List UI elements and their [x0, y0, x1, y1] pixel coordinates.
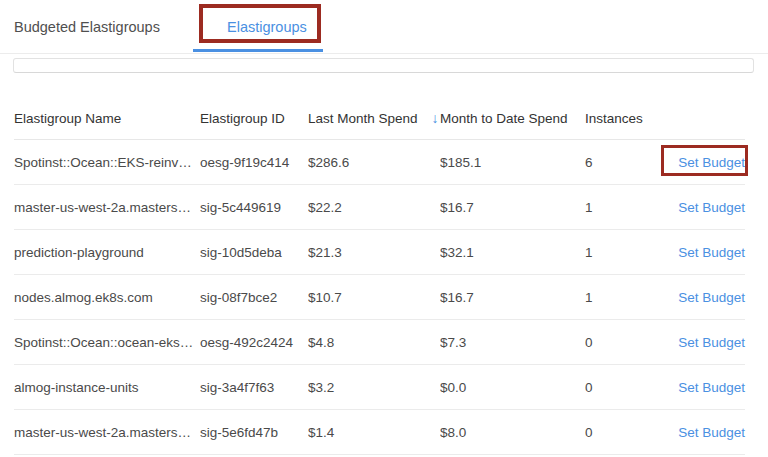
cell-month-to-date-spend: $0.0: [440, 380, 585, 395]
cell-instances: 0: [585, 380, 670, 395]
cell-month-to-date-spend: $32.1: [440, 245, 585, 260]
cell-elastigroup-id: sig-5c449619: [200, 200, 308, 215]
cell-last-month-spend: $286.6: [308, 155, 440, 170]
tabs-divider: [0, 53, 768, 54]
cell-elastigroup-name: nodes.almog.ek8s.com: [14, 290, 200, 305]
cell-elastigroup-id: sig-3a4f7f63: [200, 380, 308, 395]
cell-elastigroup-id: sig-08f7bce2: [200, 290, 308, 305]
table-row: prediction-playground sig-10d5deba $21.3…: [14, 230, 745, 275]
cell-last-month-spend: $22.2: [308, 200, 440, 215]
elastigroups-table: Elastigroup Name Elastigroup ID Last Mon…: [14, 97, 745, 455]
cell-last-month-spend: $10.7: [308, 290, 440, 305]
cell-instances: 6: [585, 155, 670, 170]
column-header-elastigroup-name[interactable]: Elastigroup Name: [14, 111, 200, 126]
table-row: Spotinst::Ocean::ocean-eks… oesg-492c242…: [14, 320, 745, 365]
cell-elastigroup-id: sig-5e6fd47b: [200, 425, 308, 440]
column-header-elastigroup-id[interactable]: Elastigroup ID: [200, 111, 308, 126]
tab-elastigroups[interactable]: Elastigroups: [227, 19, 307, 36]
cell-month-to-date-spend: $185.1: [440, 155, 585, 170]
set-budget-link[interactable]: Set Budget: [678, 335, 745, 350]
cell-last-month-spend: $21.3: [308, 245, 440, 260]
cell-instances: 0: [585, 335, 670, 350]
cell-elastigroup-name: master-us-west-2a.masters…: [14, 200, 200, 215]
cell-elastigroup-id: sig-10d5deba: [200, 245, 308, 260]
elastigroups-page: Budgeted Elastigroups Elastigroups Elast…: [0, 0, 768, 457]
cell-last-month-spend: $1.4: [308, 425, 440, 440]
cell-elastigroup-name: prediction-playground: [14, 245, 200, 260]
sort-descending-icon: ↓: [432, 110, 439, 126]
cell-instances: 1: [585, 290, 670, 305]
set-budget-link[interactable]: Set Budget: [678, 200, 745, 215]
cell-instances: 0: [585, 425, 670, 440]
set-budget-link[interactable]: Set Budget: [678, 155, 745, 170]
set-budget-link[interactable]: Set Budget: [678, 380, 745, 395]
cell-month-to-date-spend: $16.7: [440, 200, 585, 215]
table-header-row: Elastigroup Name Elastigroup ID Last Mon…: [14, 97, 745, 140]
cell-last-month-spend: $3.2: [308, 380, 440, 395]
table-row: master-us-west-2a.masters… sig-5e6fd47b …: [14, 410, 745, 455]
column-header-last-month-spend[interactable]: Last Month Spend ↓: [308, 110, 440, 126]
cell-month-to-date-spend: $7.3: [440, 335, 585, 350]
cell-elastigroup-name: Spotinst::Ocean::EKS-reinv…: [14, 155, 200, 170]
set-budget-link[interactable]: Set Budget: [678, 425, 745, 440]
set-budget-link[interactable]: Set Budget: [678, 290, 745, 305]
cell-month-to-date-spend: $8.0: [440, 425, 585, 440]
cell-instances: 1: [585, 200, 670, 215]
table-row: nodes.almog.ek8s.com sig-08f7bce2 $10.7 …: [14, 275, 745, 320]
tab-budgeted-elastigroups[interactable]: Budgeted Elastigroups: [14, 19, 160, 36]
table-row: almog-instance-units sig-3a4f7f63 $3.2 $…: [14, 365, 745, 410]
column-header-instances[interactable]: Instances: [585, 111, 670, 126]
table-row: Spotinst::Ocean::EKS-reinv… oesg-9f19c41…: [14, 140, 745, 185]
cell-elastigroup-name: Spotinst::Ocean::ocean-eks…: [14, 335, 200, 350]
last-month-spend-label: Last Month Spend: [308, 111, 418, 126]
cell-elastigroup-name: almog-instance-units: [14, 380, 200, 395]
cell-elastigroup-id: oesg-492c2424: [200, 335, 308, 350]
column-header-month-to-date-spend[interactable]: Month to Date Spend: [440, 111, 585, 126]
cell-month-to-date-spend: $16.7: [440, 290, 585, 305]
tabs-bar: Budgeted Elastigroups Elastigroups: [0, 0, 768, 53]
table-row: master-us-west-2a.masters… sig-5c449619 …: [14, 185, 745, 230]
cell-elastigroup-name: master-us-west-2a.masters…: [14, 425, 200, 440]
filter-bar[interactable]: [13, 58, 754, 73]
cell-elastigroup-id: oesg-9f19c414: [200, 155, 308, 170]
cell-instances: 1: [585, 245, 670, 260]
active-tab-underline: [193, 49, 323, 52]
cell-last-month-spend: $4.8: [308, 335, 440, 350]
set-budget-link[interactable]: Set Budget: [678, 245, 745, 260]
